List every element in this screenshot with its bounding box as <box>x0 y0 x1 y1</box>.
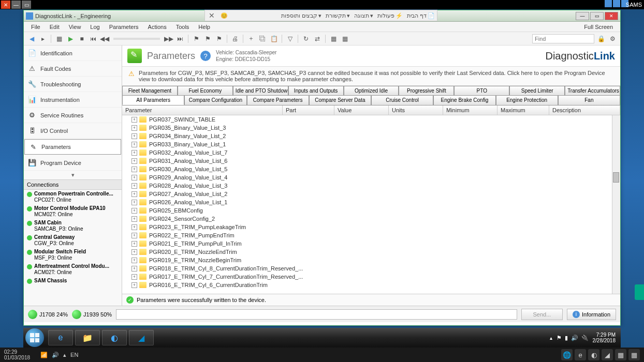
tab-cruise-control[interactable]: Cruise Control <box>371 95 433 105</box>
expand-icon[interactable]: + <box>131 158 137 164</box>
expand-icon[interactable]: + <box>131 142 137 147</box>
parameter-row[interactable]: +PGR024_SensorConfig_2 <box>122 215 620 223</box>
nav-expand[interactable]: ▾ <box>24 171 122 179</box>
parameter-row[interactable]: +PGR033_Binary_Value_List_1 <box>122 140 620 148</box>
connection-item[interactable]: Common Powertrain Controlle...CPC02T: On… <box>24 190 122 204</box>
connection-item[interactable]: Aftertreatment Control Modu...ACM02T: On… <box>24 262 122 277</box>
parameter-row[interactable]: +PGR035_Binary_Value_List_3 <box>122 124 620 132</box>
tab-pto[interactable]: PTO <box>454 86 509 95</box>
help-icon[interactable]: ? <box>200 51 211 61</box>
tool-icon[interactable]: ▦ <box>54 34 64 43</box>
find-input[interactable] <box>532 34 594 43</box>
tab-engine-protection[interactable]: Engine Protection <box>496 95 558 105</box>
restore-icon[interactable]: ▭ <box>22 1 31 9</box>
menu-log[interactable]: Log <box>86 23 104 31</box>
parameter-row[interactable]: +PGR016_E_TRIM_Cyl_6_CurrentDurationTrim <box>122 281 620 289</box>
send-button[interactable]: Send... <box>521 309 563 320</box>
expand-icon[interactable]: + <box>131 191 137 197</box>
expand-icon[interactable]: + <box>131 258 137 263</box>
parameter-row[interactable]: +PGR027_Analog_Value_List_2 <box>122 190 620 198</box>
tab-speed-limiter[interactable]: Speed Limiter <box>509 86 565 95</box>
expand-icon[interactable]: + <box>131 274 137 280</box>
bs-tv-icon[interactable]: ◐ <box>588 349 599 360</box>
task-teamviewer[interactable]: ◐ <box>102 330 127 345</box>
expand-icon[interactable]: + <box>131 150 137 156</box>
tab-compare-parameters[interactable]: Compare Parameters <box>247 95 309 105</box>
filter-icon[interactable]: ▽ <box>285 34 295 43</box>
expand-icon[interactable]: + <box>131 117 137 123</box>
tray-network-icon[interactable]: ▮ <box>565 335 568 341</box>
expand-icon[interactable]: + <box>131 241 137 247</box>
sidebar-item-program-device[interactable]: 💾Program Device <box>24 155 122 171</box>
expand-icon[interactable]: + <box>131 266 137 272</box>
connection-item[interactable]: Modular Switch FieldMSF_P3: Online <box>24 248 122 262</box>
parameter-row[interactable]: +PGR018_E_TRIM_Cyl_8_CurrentDurationTrim… <box>122 264 620 273</box>
window-maximize[interactable]: ▭ <box>590 12 604 20</box>
tab-inputs-and-outputs[interactable]: Inputs and Outputs <box>288 86 344 95</box>
heb-view[interactable]: ▾ תצוגה <box>354 12 373 19</box>
bs-chrome-icon[interactable]: 🌐 <box>561 349 573 360</box>
tab-progressive-shift[interactable]: Progressive Shift <box>399 86 454 95</box>
tray-power-icon[interactable]: 🔌 <box>581 335 589 341</box>
start-button[interactable] <box>25 328 44 347</box>
sidebar-item-troubleshooting[interactable]: 🔧Troubleshooting <box>24 77 122 92</box>
expand-icon[interactable]: + <box>131 233 137 238</box>
remote-tab-icon[interactable] <box>635 284 644 300</box>
slider[interactable] <box>113 38 160 40</box>
menu-file[interactable]: File <box>27 23 45 31</box>
connection-item[interactable]: SAM CabinSAMCAB_P3: Online <box>24 219 122 233</box>
parameter-row[interactable]: +PGR028_Analog_Value_List_3 <box>122 182 620 190</box>
flag-icon[interactable]: ⚑ <box>192 34 201 43</box>
tray-flag-icon[interactable]: ⚑ <box>557 335 562 341</box>
scroll-thumb[interactable] <box>613 172 619 183</box>
parameter-row[interactable]: +PGR019_E_TRIM_NozzleBeginTrim <box>122 256 620 264</box>
parameter-row[interactable]: +PGR022_E_TRIM_PumpEndTrim <box>122 231 620 239</box>
parameter-row[interactable]: +PGR029_Analog_Value_List_4 <box>122 173 620 182</box>
menu-view[interactable]: View <box>65 23 85 31</box>
host-clock[interactable]: 02:29 01/03/2018 <box>4 349 30 360</box>
parameter-row[interactable]: +PGR020_E_TRIM_NozzleEndTrim <box>122 248 620 256</box>
flag2-icon[interactable]: ⚑ <box>203 34 212 43</box>
lock-icon[interactable]: 🔒 <box>596 34 606 43</box>
tab-fuel-economy[interactable]: Fuel Economy <box>178 86 233 95</box>
sidebar-item-i/o-control[interactable]: 🎛I/O Control <box>24 123 122 139</box>
menu-tools[interactable]: Tools <box>172 23 194 31</box>
heb-files[interactable]: ▾ קבצים ותוספות <box>281 12 321 19</box>
gear-icon[interactable]: ⚙ <box>608 34 617 43</box>
tray-expand-icon[interactable]: ▴ <box>550 335 552 341</box>
forward-icon[interactable]: ▸ <box>38 34 48 43</box>
tab-optimized-idle[interactable]: Optimized Idle <box>344 86 399 95</box>
parameter-row[interactable]: +PGR031_Analog_Value_List_6 <box>122 157 620 165</box>
tab-fleet-management[interactable]: Fleet Management <box>122 86 178 95</box>
parameter-row[interactable]: +PGR021_E_TRIM_PumpPull_InTrim <box>122 239 620 248</box>
refresh-icon[interactable]: ↻ <box>301 34 311 43</box>
expand-icon[interactable]: + <box>131 183 137 189</box>
parameter-row[interactable]: +PGR023_E_TRIM_PumpLeakageTrim <box>122 223 620 231</box>
expand-icon[interactable]: + <box>131 282 137 288</box>
parameter-row[interactable]: +PGR037_SWINDI_TABLE <box>122 115 620 124</box>
tab-compare-server-data[interactable]: Compare Server Data <box>309 95 371 105</box>
bs-app3-icon[interactable]: ▦ <box>628 349 640 360</box>
fullscreen-link[interactable]: Full Screen <box>580 23 617 31</box>
expand-icon[interactable]: + <box>131 133 137 139</box>
bs-app2-icon[interactable]: ▦ <box>615 349 626 360</box>
parameter-row[interactable]: +PGR030_Analog_Value_List_5 <box>122 165 620 173</box>
host-net-icon[interactable]: 📶 <box>40 352 48 358</box>
tab-idle-and-pto-shutdown[interactable]: Idle and PTO Shutdown <box>233 86 288 95</box>
expand-icon[interactable]: + <box>131 208 137 214</box>
tray-volume-icon[interactable]: 🔊 <box>571 335 578 341</box>
menu-actions[interactable]: Actions <box>144 23 171 31</box>
back-icon[interactable]: ◀ <box>27 34 36 43</box>
task-diaglink[interactable]: ◢ <box>129 330 154 345</box>
heb-home[interactable]: 📄 דף הבית <box>407 12 435 19</box>
parameter-row[interactable]: +PGR026_Analog_Value_List_1 <box>122 198 620 206</box>
host-lang[interactable]: EN <box>70 352 78 358</box>
information-button[interactable]: i Information <box>567 309 616 320</box>
command-input[interactable] <box>116 309 517 320</box>
connection-item[interactable]: SAM Chassis <box>24 277 122 285</box>
rewind-icon[interactable]: ⏮ <box>89 34 98 43</box>
flag3-icon[interactable]: ⚑ <box>214 34 224 43</box>
expand-icon[interactable]: + <box>131 200 137 205</box>
prev-icon[interactable]: ◀◀ <box>100 34 109 43</box>
task-ie[interactable]: e <box>48 330 73 345</box>
